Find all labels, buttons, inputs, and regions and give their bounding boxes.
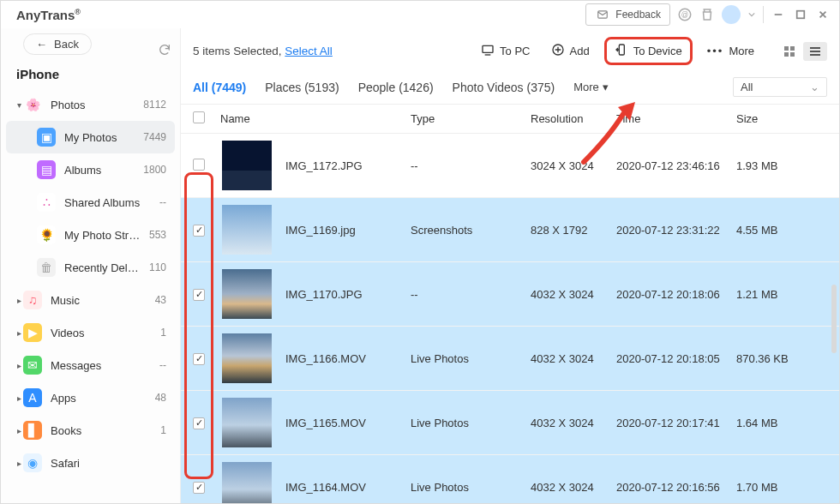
select-all-link[interactable]: Select All: [285, 45, 333, 57]
col-size[interactable]: Size: [731, 105, 817, 132]
user-avatar[interactable]: [722, 5, 741, 24]
sidebar-item-label: Recently Deleted: [64, 261, 144, 274]
chevron-down-icon: ▾: [603, 81, 609, 93]
sidebar-item-count: 1: [160, 424, 166, 436]
avatar-menu-icon[interactable]: [747, 7, 756, 22]
to-pc-button[interactable]: To PC: [475, 39, 536, 63]
file-type: Live Photos: [405, 410, 525, 436]
file-type: --: [405, 153, 525, 179]
sidebar-item-label: Apps: [51, 392, 150, 405]
sidebar-item-label: Videos: [51, 327, 155, 339]
sidebar-item-label: Safari: [51, 457, 161, 470]
sidebar-item-videos[interactable]: ▸▶Videos1: [6, 316, 175, 349]
sidebar-item-safari[interactable]: ▸◉Safari: [6, 447, 175, 479]
sidebar-item-count: --: [159, 359, 166, 371]
sidebar-item-label: Messages: [51, 359, 154, 372]
file-size: 4.55 MB: [731, 217, 817, 243]
sidebar-item-photos[interactable]: ▾🌸Photos8112: [6, 88, 175, 121]
file-time: 2020-07-12 20:18:05: [611, 345, 731, 372]
table-row[interactable]: IMG_1165.MOVLive Photos4032 X 30242020-0…: [181, 391, 839, 455]
close-icon[interactable]: [815, 7, 831, 22]
shop-icon[interactable]: [699, 7, 715, 22]
app-brand: AnyTrans®: [16, 8, 81, 22]
sidebar-item-count: 7449: [143, 131, 166, 143]
sidebar-item-count: 48: [155, 392, 166, 404]
to-device-button[interactable]: To Device: [609, 39, 688, 63]
tabs-more-button[interactable]: More ▾: [573, 81, 609, 93]
sidebar-item-music[interactable]: ▸♫Music43: [6, 284, 175, 316]
feedback-label: Feedback: [615, 9, 661, 21]
to-device-icon: [615, 43, 628, 59]
svg-rect-10: [790, 46, 795, 51]
tab-people[interactable]: People (1426): [358, 81, 434, 94]
sidebar-item-label: Books: [51, 424, 155, 437]
sidebar-item-shared-albums[interactable]: ∴Shared Albums--: [6, 186, 175, 219]
file-type: Live Photos: [405, 345, 525, 372]
file-name: IMG_1166.MOV: [285, 352, 366, 365]
col-resolution[interactable]: Resolution: [525, 105, 611, 132]
sidebar-item-my-photos[interactable]: ▣My Photos7449: [6, 121, 175, 153]
row-checkbox[interactable]: [193, 482, 205, 494]
row-checkbox[interactable]: [193, 289, 205, 301]
tab-photo-videos[interactable]: Photo Videos (375): [453, 81, 555, 94]
refresh-button[interactable]: [153, 39, 176, 61]
table-row[interactable]: IMG_1170.JPG--4032 X 30242020-07-12 20:1…: [181, 262, 839, 327]
row-checkbox[interactable]: [193, 159, 205, 171]
sidebar-item-count: 1: [160, 327, 166, 339]
sidebar-item-albums[interactable]: ▤Albums1800: [6, 153, 175, 186]
file-resolution: 4032 X 3024: [525, 281, 611, 308]
sidebar-item-label: Music: [51, 294, 150, 307]
device-label: iPhone: [6, 62, 175, 88]
back-button[interactable]: ← Back: [23, 33, 92, 55]
tab-all[interactable]: All (7449): [193, 81, 246, 94]
scrollbar[interactable]: [831, 285, 837, 353]
help-icon[interactable]: @: [677, 7, 693, 22]
table-row[interactable]: IMG_1164.MOVLive Photos4032 X 30242020-0…: [181, 455, 839, 503]
music-icon: ♫: [23, 291, 42, 309]
filter-value: All: [741, 81, 753, 93]
table-row[interactable]: IMG_1169.jpgScreenshots828 X 17922020-07…: [181, 198, 839, 262]
select-all-checkbox[interactable]: [193, 111, 205, 123]
file-resolution: 4032 X 3024: [525, 410, 611, 436]
sidebar-item-label: My Photo Stream: [64, 229, 144, 242]
my-photos-icon: ▣: [37, 128, 56, 147]
sidebar-item-apps[interactable]: ▸AApps48: [6, 381, 175, 414]
table-row[interactable]: IMG_1166.MOVLive Photos4032 X 30242020-0…: [181, 327, 839, 391]
plus-icon: [551, 43, 565, 59]
file-name: IMG_1165.MOV: [285, 417, 366, 429]
books-icon: ▋: [23, 421, 42, 440]
maximize-icon[interactable]: [793, 7, 808, 22]
more-button[interactable]: ••• More: [701, 41, 760, 61]
shared-albums-icon: ∴: [37, 193, 56, 212]
grid-view-button[interactable]: [777, 42, 801, 61]
row-checkbox[interactable]: [193, 417, 205, 429]
col-type[interactable]: Type: [405, 105, 525, 132]
minimize-icon[interactable]: [771, 7, 786, 22]
tab-places[interactable]: Places (5193): [265, 81, 339, 94]
caret-icon: ▸: [15, 459, 23, 468]
file-resolution: 828 X 1792: [525, 217, 611, 243]
file-size: 1.93 MB: [731, 153, 817, 179]
view-toggle: [777, 42, 827, 61]
col-time[interactable]: Time: [611, 105, 731, 132]
content: 5 items Selected, Select All To PC Add T…: [181, 28, 839, 503]
sidebar-item-label: Photos: [51, 99, 138, 111]
category-filter-select[interactable]: All ⌄: [733, 77, 827, 97]
row-checkbox[interactable]: [193, 353, 205, 365]
tab-label: People: [358, 81, 396, 94]
col-name[interactable]: Name: [217, 105, 405, 132]
sidebar-item-my-photo-stream[interactable]: 🌻My Photo Stream553: [6, 219, 175, 251]
sidebar-item-recently-deleted[interactable]: 🗑Recently Deleted110: [6, 251, 175, 284]
file-size: 870.36 KB: [731, 345, 817, 372]
sidebar-item-books[interactable]: ▸▋Books1: [6, 414, 175, 447]
tab-count: (7449): [212, 81, 246, 94]
feedback-button[interactable]: Feedback: [585, 3, 670, 26]
sidebar-item-messages[interactable]: ▸✉Messages--: [6, 349, 175, 381]
list-view-button[interactable]: [803, 42, 827, 61]
table-row[interactable]: IMG_1172.JPG--3024 X 30242020-07-12 23:4…: [181, 134, 839, 198]
add-button[interactable]: Add: [545, 39, 596, 63]
tab-count: (375): [527, 81, 555, 94]
svg-rect-12: [790, 52, 795, 57]
file-type: --: [405, 281, 525, 308]
row-checkbox[interactable]: [193, 225, 205, 237]
